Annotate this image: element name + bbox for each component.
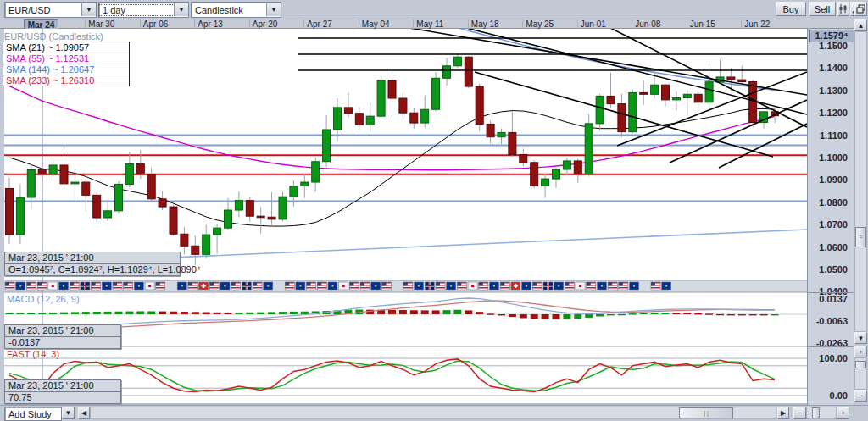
- new-window-button[interactable]: [854, 2, 867, 16]
- macd-bar: [443, 310, 451, 314]
- candle: [705, 82, 713, 102]
- date-tick[interactable]: Mar 30: [85, 19, 114, 29]
- date-tick[interactable]: May 25: [522, 19, 554, 29]
- add-study-arrow-button[interactable]: ▼: [62, 407, 75, 419]
- date-tick[interactable]: Apr 06: [140, 19, 168, 29]
- chevron-down-icon[interactable]: ▼: [266, 3, 281, 16]
- vertical-scrollbar: ▲ = ▼ + −: [854, 19, 868, 405]
- sma-legend-row: SMA (233) ~ 1.26310: [3, 75, 130, 86]
- candle: [334, 108, 342, 130]
- symbol-dropdown[interactable]: EUR/USD ▼: [4, 2, 97, 18]
- scroll-up-button[interactable]: ▲: [854, 19, 867, 31]
- hzoom-track[interactable]: [806, 407, 837, 419]
- eu-flag-icon: [554, 282, 564, 290]
- price-tick-label: 1.1400: [819, 63, 848, 73]
- candle: [312, 162, 320, 182]
- eu-flag-icon: [296, 282, 305, 290]
- bottom-toolbar: Add Study ▼ ◀ | | ▶ − +: [0, 405, 868, 421]
- date-tick[interactable]: Jun 22: [741, 19, 770, 29]
- hscroll-track[interactable]: | |: [90, 407, 776, 419]
- gb-flag-icon: [242, 282, 251, 290]
- candle: [38, 169, 46, 174]
- scroll-left-button[interactable]: ◀: [78, 407, 90, 419]
- chevron-down-icon[interactable]: ▼: [174, 3, 188, 16]
- date-tick[interactable]: Apr 13: [194, 19, 222, 29]
- candle: [388, 80, 396, 98]
- chevron-down-icon[interactable]: ▼: [81, 3, 96, 16]
- date-axis[interactable]: Mar 24Mar 30Apr 06Apr 13Apr 20Apr 27May …: [0, 19, 854, 29]
- main-tooltip-ohlc: O=1.0945⁷, C=1.0924⁷, H=1.1029⁴, L=1.089…: [4, 263, 181, 276]
- macd-bar: [388, 310, 396, 314]
- hscroll-thumb[interactable]: | |: [679, 407, 733, 418]
- jp-flag-icon: [339, 282, 348, 290]
- price-tick-label: 1.1300: [819, 86, 848, 96]
- chart-type-dropdown-value: Candlestick: [192, 5, 266, 15]
- hzoom-in-button[interactable]: +: [837, 407, 849, 419]
- candle: [214, 228, 221, 235]
- price-tick-label: 1.0500: [819, 264, 848, 274]
- macd-bar: [498, 314, 505, 315]
- indicators-button[interactable]: [837, 2, 849, 16]
- us-flag-icon: [349, 282, 359, 290]
- macd-bar: [738, 314, 746, 315]
- macd-bar: [203, 313, 210, 314]
- fast-tooltip-value: 70.75: [4, 391, 121, 404]
- scroll-down-button[interactable]: ▼: [854, 332, 867, 344]
- fast-tick-label: 100.00: [819, 353, 848, 363]
- candle: [125, 163, 133, 184]
- sell-button[interactable]: Sell: [809, 2, 836, 16]
- macd-bar: [760, 314, 768, 315]
- fast-pane-label: FAST (14, 3): [7, 349, 59, 359]
- price-tick-label: 1.0700: [819, 219, 848, 230]
- vscroll-track[interactable]: =: [854, 31, 867, 332]
- macd-tooltip-value: -0.0137: [4, 336, 121, 349]
- date-tick[interactable]: Apr 27: [303, 19, 331, 29]
- hzoom-out-button[interactable]: −: [793, 407, 806, 419]
- us-flag-icon: [436, 282, 445, 290]
- buy-button[interactable]: Buy: [776, 2, 806, 16]
- candle: [159, 199, 166, 207]
- vscroll-thumb[interactable]: =: [855, 227, 866, 247]
- hzoom-thumb[interactable]: [812, 407, 820, 418]
- candle: [727, 77, 735, 80]
- date-tick[interactable]: Jun 15: [687, 19, 715, 29]
- candle: [181, 234, 188, 246]
- gb-flag-icon: [81, 282, 90, 290]
- macd-bar: [683, 313, 691, 314]
- price-axis[interactable]: 1.1579⁴ 1.15001.14001.13001.12001.11001.…: [807, 29, 854, 405]
- candle: [27, 170, 35, 197]
- date-tick[interactable]: Apr 20: [249, 19, 277, 29]
- date-tick[interactable]: May 04: [359, 19, 390, 29]
- candle: [563, 161, 570, 169]
- vzoom-out-button[interactable]: −: [854, 390, 867, 402]
- date-tick[interactable]: May 18: [468, 19, 499, 29]
- price-tick-label: 1.1200: [819, 108, 848, 118]
- macd-bar: [509, 314, 516, 317]
- period-dropdown[interactable]: 1 day ▼: [98, 2, 189, 18]
- add-study-dropdown[interactable]: Add Study: [4, 407, 62, 421]
- vzoom-in-button[interactable]: +: [854, 346, 867, 357]
- vzoom-thumb[interactable]: [855, 361, 866, 368]
- chart-type-dropdown[interactable]: Candlestick ▼: [191, 2, 281, 18]
- macd-bar: [618, 314, 626, 315]
- candle: [147, 174, 155, 199]
- macd-bar: [716, 314, 724, 315]
- chart-legend: EUR/USD (Candlestick) SMA (21) ~ 1.09057…: [3, 30, 130, 86]
- eu-flag-icon: [598, 282, 607, 290]
- date-tick[interactable]: Jun 08: [632, 19, 660, 29]
- macd-bar: [279, 312, 287, 314]
- candle: [104, 211, 112, 218]
- date-tick[interactable]: May 11: [413, 19, 443, 29]
- macd-bar: [553, 314, 560, 319]
- candle: [662, 85, 670, 100]
- sma-legend-row: SMA (21) ~ 1.09057: [3, 42, 130, 53]
- date-tick[interactable]: Jun 01: [577, 19, 606, 29]
- macd-bar: [574, 314, 581, 319]
- macd-bar: [585, 314, 593, 318]
- vzoom-track[interactable]: [854, 357, 867, 390]
- macd-bar: [27, 313, 35, 314]
- sma-legend-list: SMA (21) ~ 1.09057SMA (55) ~ 1.12531SMA …: [3, 42, 130, 86]
- candle: [738, 80, 746, 81]
- us-flag-icon: [608, 282, 617, 290]
- scroll-right-button[interactable]: ▶: [777, 407, 789, 419]
